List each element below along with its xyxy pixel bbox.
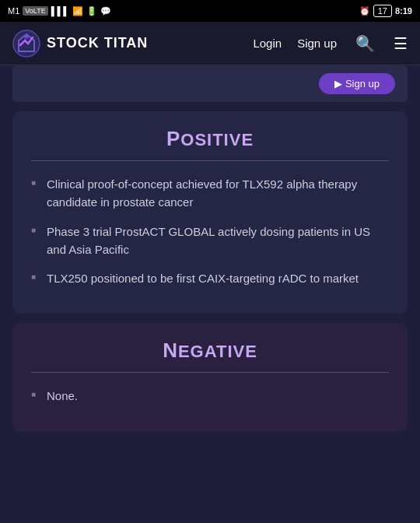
positive-section: POSITIVE Clinical proof-of-concept achie… [12, 111, 408, 314]
list-item: Clinical proof-of-concept achieved for T… [31, 175, 389, 212]
wifi-icon: 📶 [72, 6, 83, 16]
menu-icon[interactable]: ☰ [394, 34, 408, 53]
main-content: ▶ Sign up POSITIVE Clinical proof-of-con… [0, 65, 420, 523]
carrier-text: M1 [8, 6, 19, 16]
positive-title-rest: OSITIVE [180, 130, 254, 149]
status-right: ⏰ 17 8:19 [359, 5, 412, 17]
list-item: Phase 3 trial ProstACT GLOBAL actively d… [31, 223, 389, 259]
negative-title: NEGATIVE [31, 339, 389, 363]
negative-list: None. [31, 387, 389, 405]
list-item: None. [31, 387, 389, 405]
negative-section: NEGATIVE None. [12, 323, 408, 431]
navbar-links: Login Sign up 🔍 ☰ [253, 34, 408, 53]
brand-logo [12, 30, 40, 58]
signal-icon: ▌▌▌ [51, 6, 69, 16]
list-item: TLX250 positioned to be first CAIX-targe… [31, 269, 389, 287]
navbar: STOCK TITAN Login Sign up 🔍 ☰ [0, 22, 420, 65]
signup-button[interactable]: ▶ Sign up [319, 73, 395, 94]
volte-badge: VoLTE [23, 6, 47, 16]
negative-title-first: N [163, 339, 178, 362]
positive-list: Clinical proof-of-concept achieved for T… [31, 175, 389, 287]
battery-icon: 🔋 [86, 6, 97, 16]
time-display: 8:19 [395, 6, 412, 16]
search-icon[interactable]: 🔍 [355, 34, 375, 53]
positive-title: POSITIVE [31, 127, 389, 151]
positive-divider [31, 160, 389, 161]
whatsapp-icon: 💬 [100, 6, 111, 16]
brand: STOCK TITAN [12, 30, 253, 58]
positive-title-first: P [166, 127, 180, 150]
signup-link[interactable]: Sign up [297, 37, 337, 50]
login-link[interactable]: Login [253, 37, 282, 50]
battery-level: 17 [373, 5, 392, 17]
top-bar: ▶ Sign up [12, 65, 408, 102]
status-left: M1 VoLTE ▌▌▌ 📶 🔋 💬 [8, 6, 111, 16]
alarm-icon: ⏰ [359, 6, 370, 16]
status-bar: M1 VoLTE ▌▌▌ 📶 🔋 💬 ⏰ 17 8:19 [0, 0, 420, 22]
brand-name: STOCK TITAN [47, 35, 148, 51]
negative-divider [31, 372, 389, 373]
negative-title-rest: EGATIVE [178, 342, 257, 361]
